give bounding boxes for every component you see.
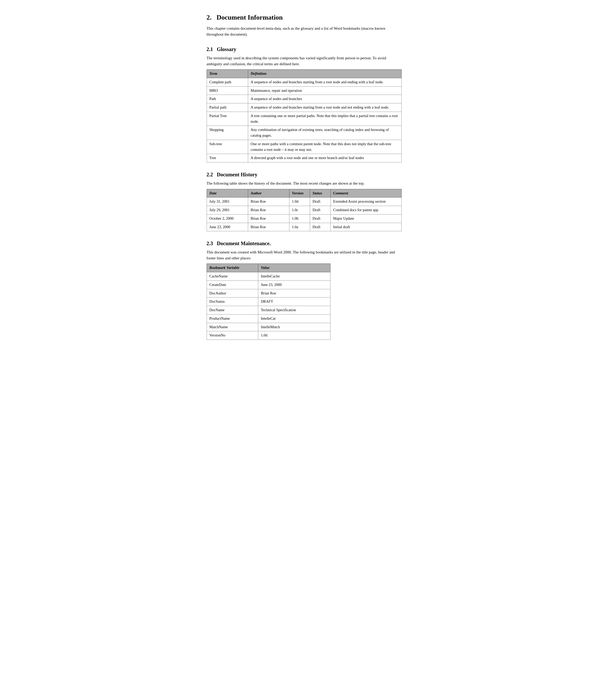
history-cell-comment: Extended Assist processing section [330,197,401,206]
history-cell-date: July 29, 2001 [207,206,248,215]
section-23-heading: Document Maintenance. [217,240,271,246]
chapter-title: 2. Document Information [207,12,402,22]
bookmark-row: DocAuthorBrian Roe [207,289,330,297]
bookmark-variable: MatchName [207,323,258,331]
section-21-title: 2.1 Glossary [207,45,402,53]
bookmark-row: CreateDateJune 23, 2000 [207,280,330,289]
bookmark-row: DocStatusDRAFT [207,297,330,306]
glossary-definition: A sequence of nodes and branches startin… [248,103,401,112]
history-cell-comment: Initial draft [330,223,401,231]
glossary-term: Shopping [207,126,248,140]
bookmark-col-value: Value [258,264,330,272]
section-22-number: 2.2 [207,172,213,177]
glossary-term: Path [207,95,248,103]
bookmark-table: Bookmark Variable Value CacheNameIntelle… [207,264,330,340]
bookmark-row: DocNameTechnical Specification [207,306,330,314]
history-cell-date: June 23, 2000 [207,223,248,231]
glossary-row: ShoppingAny combination of navigation of… [207,126,401,140]
glossary-term: Complete path [207,78,248,86]
glossary-row: Complete pathA sequence of nodes and bra… [207,78,401,86]
glossary-definition: One or more paths with a common parent n… [248,140,401,154]
bookmark-variable: CreateDate [207,280,258,289]
bookmark-value: 1.0d [258,331,330,340]
history-col-status: Status [310,189,330,197]
bookmark-row: VersionNo1.0d [207,331,330,340]
history-cell-status: Draft [310,197,330,206]
glossary-col-term: Term [207,70,248,78]
history-col-date: Date [207,189,248,197]
bookmark-row: MatchNameIntelleMatch [207,323,330,331]
glossary-term: MRO [207,86,248,95]
bookmark-variable: DocStatus [207,297,258,306]
history-row: July 31, 2001Brian Roe1.0dDraftExtended … [207,197,401,206]
bookmark-value: IntelleCache [258,272,330,281]
glossary-col-definition: Definition [248,70,401,78]
glossary-row: MROMaintenance, repair and operation [207,86,401,95]
history-col-comment: Comment [330,189,401,197]
section-21-number: 2.1 [207,46,213,52]
bookmark-value: Brian Roe [258,289,330,297]
bookmark-variable: DocAuthor [207,289,258,297]
section-22-heading: Document History [217,172,258,177]
section-21-heading: Glossary [217,46,236,52]
glossary-row: TreeA directed graph with a root node an… [207,154,401,162]
history-cell-status: Draft [310,223,330,231]
history-cell-comment: Combined docs for patent app [330,206,401,215]
section-22-title: 2.2 Document History [207,171,402,178]
bookmark-col-variable: Bookmark Variable [207,264,258,272]
glossary-row: PathA sequence of nodes and branches [207,95,401,103]
section-23-number: 2.3 [207,240,213,246]
glossary-table: Term Definition Complete pathA sequence … [207,69,402,162]
glossary-term: Sub-tree [207,140,248,154]
glossary-definition: A sequence of nodes and branches [248,95,401,103]
glossary-definition: A tree containing one or more partial pa… [248,112,401,126]
history-row: July 29, 2001Brian Roe1.0cDraftCombined … [207,206,401,215]
history-cell-author: Brian Roe [248,214,289,223]
bookmark-value: IntelleMatch [258,323,330,331]
glossary-term: Partial path [207,103,248,112]
bookmark-value: June 23, 2000 [258,280,330,289]
bookmark-row: ProductNameIntelleCat [207,314,330,323]
glossary-definition: A sequence of nodes and branches startin… [248,78,401,86]
bookmark-value: DRAFT [258,297,330,306]
glossary-definition: A directed graph with a root node and on… [248,154,401,162]
history-cell-status: Draft [310,206,330,215]
glossary-definition: Maintenance, repair and operation [248,86,401,95]
bookmark-value: IntelleCat [258,314,330,323]
section-21-intro: The terminology used in describing the s… [207,55,402,67]
history-cell-version: 1.0c [289,206,310,215]
history-cell-comment: Major Update [330,214,401,223]
history-row: June 23, 2000Brian Roe1.0aDraftInitial d… [207,223,401,231]
chapter-heading: Document Information [217,14,283,21]
bookmark-variable: VersionNo [207,331,258,340]
glossary-term: Partial Tree [207,112,248,126]
history-cell-version: 1.0a [289,223,310,231]
history-col-author: Author [248,189,289,197]
glossary-row: Sub-treeOne or more paths with a common … [207,140,401,154]
history-cell-author: Brian Roe [248,197,289,206]
history-col-version: Version [289,189,310,197]
history-cell-version: 1.0b [289,214,310,223]
chapter-intro: This chapter contains document-level met… [207,25,402,37]
chapter-number: 2. [207,14,212,21]
history-cell-date: October 2, 2000 [207,214,248,223]
history-cell-author: Brian Roe [248,206,289,215]
glossary-row: Partial TreeA tree containing one or mor… [207,112,401,126]
section-23-intro: This document was created with Microsoft… [207,249,402,261]
history-cell-status: Draft [310,214,330,223]
bookmark-row: CacheNameIntelleCache [207,272,330,281]
bookmark-variable: CacheName [207,272,258,281]
history-table: Date Author Version Status Comment July … [207,189,402,232]
bookmark-value: Technical Specification [258,306,330,314]
history-cell-date: July 31, 2001 [207,197,248,206]
bookmark-variable: ProductName [207,314,258,323]
history-cell-author: Brian Roe [248,223,289,231]
bookmark-variable: DocName [207,306,258,314]
section-23-title: 2.3 Document Maintenance. [207,239,402,247]
glossary-term: Tree [207,154,248,162]
glossary-row: Partial pathA sequence of nodes and bran… [207,103,401,112]
history-cell-version: 1.0d [289,197,310,206]
section-22-intro: The following table shows the history of… [207,180,402,187]
glossary-definition: Any combination of navigation of existin… [248,126,401,140]
history-row: October 2, 2000Brian Roe1.0bDraftMajor U… [207,214,401,223]
